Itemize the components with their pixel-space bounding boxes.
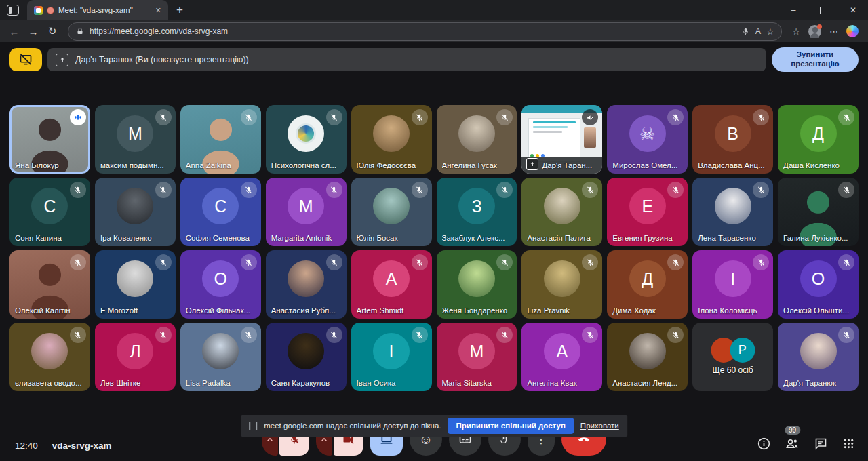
drag-grip-icon[interactable] <box>249 422 257 430</box>
participant-tile[interactable]: Anna Zaikina <box>180 105 261 174</box>
participant-tile[interactable]: Юлія Босак <box>351 178 432 246</box>
tab-close-icon[interactable]: ✕ <box>155 6 161 15</box>
stop-presentation-button[interactable]: Зупинити презентацію <box>772 47 859 72</box>
profile-notification-dot <box>817 24 822 29</box>
tab-meet[interactable]: Meet: "vda-srvg-xam" ✕ <box>27 0 168 20</box>
participant-tile[interactable]: Дар'я Таранюк <box>778 323 859 391</box>
tab-media-indicator-icon <box>47 7 54 14</box>
tile-indicator <box>412 182 428 198</box>
participant-tile[interactable]: Яна Білокур <box>9 105 90 174</box>
participant-tile[interactable]: Д Даша Кисленко <box>778 105 859 174</box>
participant-tile[interactable]: Liza Pravnik <box>521 250 602 319</box>
participant-tile[interactable]: С София Семенова <box>180 178 261 246</box>
clock: 12:40 <box>15 441 38 451</box>
lock-icon <box>76 27 84 35</box>
participant-tile[interactable]: E Morozoff <box>95 250 176 319</box>
hide-toast-link[interactable]: Приховати <box>580 422 619 430</box>
tile-indicator <box>326 182 342 198</box>
avatar <box>373 115 410 152</box>
avatar <box>458 115 495 152</box>
forward-button[interactable]: → <box>24 26 42 37</box>
participant-tile[interactable]: М максим подымн... <box>95 105 176 174</box>
participant-name: София Семенова <box>186 234 258 242</box>
participant-tile[interactable]: І Іван Осика <box>351 323 432 391</box>
tile-indicator <box>582 254 598 270</box>
participant-tile[interactable]: В Владислава Анц... <box>692 105 773 174</box>
mic-off-icon <box>671 331 680 340</box>
participant-name: Анастасія Палига <box>527 234 599 242</box>
participant-tile[interactable]: Анастасія Палига <box>521 178 602 246</box>
tile-indicator <box>70 254 86 270</box>
mic-off-icon <box>415 113 424 122</box>
participant-tile[interactable]: О Олексій Фільчак... <box>180 250 261 319</box>
participant-tile[interactable]: А Artem Shmidt <box>351 250 432 319</box>
participant-tile[interactable]: Анастасия Ленд... <box>607 323 688 391</box>
read-aloud-icon[interactable]: A <box>755 26 761 36</box>
participant-name: Анастасия Ленд... <box>612 379 685 387</box>
minimize-button[interactable]: – <box>778 0 808 20</box>
participant-tile[interactable]: Саня Каракулов <box>266 323 347 391</box>
mic-off-icon <box>586 186 595 195</box>
participant-tile[interactable]: ☠ Мирослав Омел... <box>607 105 688 174</box>
back-button[interactable]: ← <box>5 26 23 37</box>
participant-tile[interactable]: Лена Тарасенко <box>692 178 773 246</box>
participant-tile[interactable]: Д Дима Ходак <box>607 250 688 319</box>
participant-tile[interactable]: Анастасия Рубл... <box>266 250 347 319</box>
presentation-alert-button[interactable] <box>9 48 42 71</box>
participant-tile[interactable]: С Соня Капина <box>9 178 90 246</box>
participant-tile[interactable]: P Ще 60 осіб <box>692 323 773 391</box>
participant-tile[interactable]: Женя Бондаренко <box>437 250 517 319</box>
participant-name: Яна Білокур <box>15 161 87 169</box>
participant-tile[interactable]: єлизавета оводо... <box>9 323 90 391</box>
chat-button[interactable] <box>814 437 828 451</box>
collections-icon[interactable]: ☆ <box>792 26 800 37</box>
participant-tile[interactable]: А Ангеліна Квак <box>521 323 602 391</box>
activities-button[interactable] <box>842 437 856 451</box>
participant-tile[interactable]: О Олексій Ольшти... <box>778 250 859 319</box>
participant-tile[interactable]: Олексій Калітін <box>9 250 90 319</box>
mic-off-icon <box>244 331 253 340</box>
share-message: meet.google.com надає спільний доступ до… <box>264 422 441 430</box>
participant-tile[interactable]: Галина Лукієнко... <box>778 178 859 246</box>
maximize-button[interactable] <box>808 0 838 20</box>
close-window-button[interactable]: ✕ <box>838 0 868 20</box>
address-bar[interactable]: https://meet.google.com/vda-srvg-xam A ☆ <box>68 22 782 41</box>
participant-tile[interactable]: З Закаблук Алекс... <box>437 178 517 246</box>
participant-tile[interactable]: Психологічна сл... <box>266 105 347 174</box>
info-button[interactable] <box>757 437 771 451</box>
participant-tile[interactable]: Л Лев Шнітке <box>95 323 176 391</box>
mic-off-icon <box>586 331 595 340</box>
participant-tile[interactable]: М Maria Sitarska <box>437 323 517 391</box>
participant-name: Іра Коваленко <box>100 234 173 242</box>
tile-indicator <box>326 327 342 343</box>
participant-tile[interactable]: І Ілона Коломієць <box>692 250 773 319</box>
participant-tile[interactable]: М Margarita Antonik <box>266 178 347 246</box>
participant-tile[interactable]: Іра Коваленко <box>95 178 176 246</box>
mic-off-icon <box>159 331 167 340</box>
divider <box>45 440 45 451</box>
participant-tile[interactable]: Ангелина Гусак <box>437 105 517 174</box>
reload-button[interactable]: ↻ <box>43 25 61 37</box>
mic-off-icon <box>330 331 338 340</box>
participant-tile[interactable]: Юлія Федосєєва <box>351 105 432 174</box>
voice-search-icon[interactable] <box>741 27 750 36</box>
participant-tile[interactable]: Е Евгения Грузина <box>607 178 688 246</box>
avatar: І <box>373 333 410 369</box>
tile-indicator <box>496 182 513 198</box>
favorite-star-icon[interactable]: ☆ <box>766 26 774 37</box>
participant-tile[interactable]: Дар'я Таран... <box>521 105 602 174</box>
browser-menu-icon[interactable]: ⋯ <box>829 26 838 37</box>
copilot-icon[interactable] <box>846 25 859 37</box>
new-tab-button[interactable]: + <box>176 3 183 17</box>
participants-button[interactable]: 99 <box>785 436 800 452</box>
participant-tile[interactable]: Lisa Padalka <box>180 323 261 391</box>
tile-indicator <box>412 109 428 125</box>
participant-name: Artem Shmidt <box>357 306 429 315</box>
mic-off-icon <box>757 186 766 195</box>
stop-sharing-button[interactable]: Припинити спільний доступ <box>448 418 574 434</box>
workspaces-icon[interactable] <box>7 5 19 16</box>
profile-avatar[interactable] <box>808 25 821 38</box>
meeting-status: 12:40 vda-srvg-xam <box>15 440 112 451</box>
avatar: Д <box>800 115 837 152</box>
mic-off-icon <box>159 113 167 122</box>
